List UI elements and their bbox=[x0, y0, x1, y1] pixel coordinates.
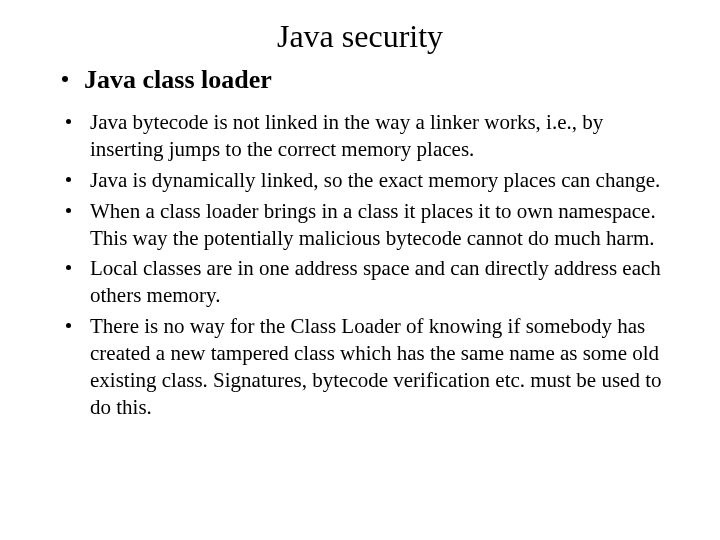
list-item: Local classes are in one address space a… bbox=[62, 255, 670, 309]
slide-subheading: Java class loader bbox=[84, 65, 272, 95]
list-item: Java bytecode is not linked in the way a… bbox=[62, 109, 670, 163]
list-item: There is no way for the Class Loader of … bbox=[62, 313, 670, 421]
list-item: Java is dynamically linked, so the exact… bbox=[62, 167, 670, 194]
bullet-list: Java bytecode is not linked in the way a… bbox=[62, 109, 670, 421]
slide: Java security Java class loader Java byt… bbox=[0, 0, 720, 540]
slide-title: Java security bbox=[40, 18, 680, 55]
list-item: When a class loader brings in a class it… bbox=[62, 198, 670, 252]
bullet-icon bbox=[62, 76, 68, 82]
slide-subheading-row: Java class loader bbox=[62, 65, 680, 95]
